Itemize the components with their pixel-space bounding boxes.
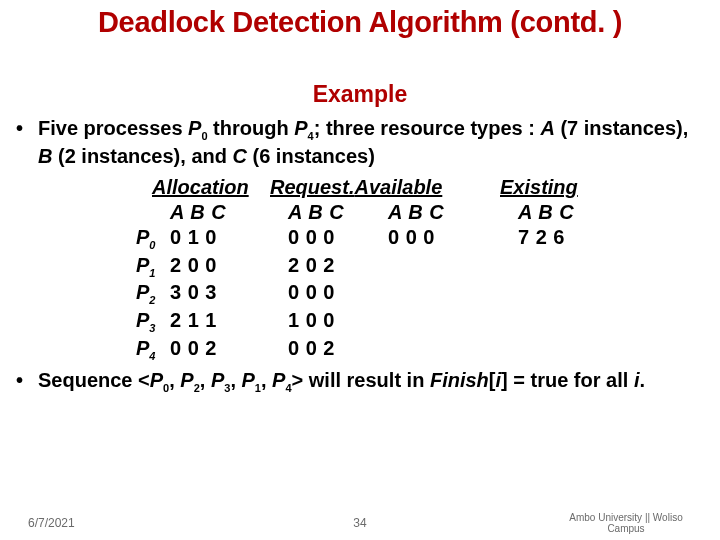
text: .: [639, 369, 645, 391]
p-letter: P: [136, 254, 149, 276]
sep: ,: [230, 369, 241, 391]
p-letter: P: [136, 337, 149, 359]
abc-existing: A B C: [518, 200, 628, 225]
text: Five processes: [38, 117, 188, 139]
slide-footer: 6/7/2021 34 Ambo University || Woliso Ca…: [0, 516, 720, 530]
request-cell: 1 0 0: [288, 308, 388, 336]
request-cell: 2 0 2: [288, 253, 388, 281]
abc-request: A B C: [288, 200, 388, 225]
alloc-cell: 2 0 0: [170, 253, 288, 281]
footer-page-number: 34: [353, 516, 366, 530]
proc-label: P3: [136, 308, 170, 336]
matrix-table: Allocation Request.Available Existing A …: [38, 175, 704, 364]
footer-university: Ambo University || Woliso Campus: [556, 512, 696, 534]
footer-date: 6/7/2021: [0, 516, 75, 530]
slide-title: Deadlock Detection Algorithm (contd. ): [0, 0, 720, 39]
abc-row: A B C A B C A B C A B C: [136, 200, 704, 225]
row-p3: P3 2 1 1 1 0 0: [136, 308, 704, 336]
bullet-setup: Five processes P0 through P4; three reso…: [38, 116, 704, 169]
var-p: P: [211, 369, 224, 391]
slide-body: Five processes P0 through P4; three reso…: [0, 116, 720, 395]
text: Sequence <: [38, 369, 150, 391]
p-sub: 1: [149, 267, 155, 279]
request-cell: 0 0 0: [288, 280, 388, 308]
p-sub: 4: [149, 350, 155, 362]
footer-uni-line1: Ambo University || Woliso: [556, 512, 696, 523]
slide-subtitle: Example: [0, 81, 720, 108]
text: > will result in: [292, 369, 430, 391]
alloc-cell: 0 0 2: [170, 336, 288, 364]
text: through: [208, 117, 295, 139]
var-p: P: [242, 369, 255, 391]
header-existing: Existing: [500, 175, 610, 200]
text: ; three resource types :: [314, 117, 541, 139]
var-b: B: [38, 145, 52, 167]
p-letter: P: [136, 281, 149, 303]
bullet-sequence: Sequence <P0, P2, P3, P1, P4> will resul…: [38, 368, 704, 396]
row-p2: P2 3 0 3 0 0 0: [136, 280, 704, 308]
slide: Deadlock Detection Algorithm (contd. ) E…: [0, 0, 720, 540]
footer-uni-line2: Campus: [556, 523, 696, 534]
p-letter: P: [136, 309, 149, 331]
sep: ,: [261, 369, 272, 391]
row-p4: P4 0 0 2 0 0 2: [136, 336, 704, 364]
header-request: Request.Available: [270, 175, 370, 200]
proc-label: P4: [136, 336, 170, 364]
var-a: A: [540, 117, 554, 139]
var-c: C: [233, 145, 247, 167]
proc-label: P2: [136, 280, 170, 308]
p-sub: 3: [149, 322, 155, 334]
header-request-u: Request.: [270, 176, 354, 198]
var-p: P: [150, 369, 163, 391]
header-allocation: Allocation: [152, 175, 270, 200]
p-letter: P: [136, 226, 149, 248]
text: (2 instances), and: [52, 145, 232, 167]
text: ] = true for all: [501, 369, 634, 391]
text: [: [489, 369, 496, 391]
row-p0: P0 0 1 0 0 0 0 0 0 0 7 2 6: [136, 225, 704, 253]
p-sub: 2: [149, 294, 155, 306]
existing-cell: 7 2 6: [518, 225, 628, 253]
var-finish: Finish: [430, 369, 489, 391]
var-p: P: [188, 117, 201, 139]
proc-label: P1: [136, 253, 170, 281]
header-row: Allocation Request.Available Existing: [136, 175, 704, 200]
request-cell: 0 0 0: [288, 225, 388, 253]
sep: ,: [200, 369, 211, 391]
spacer: [136, 200, 170, 225]
available-cell: 0 0 0: [388, 225, 518, 253]
var-p: P: [180, 369, 193, 391]
abc-alloc: A B C: [170, 200, 288, 225]
var-p: P: [272, 369, 285, 391]
alloc-cell: 3 0 3: [170, 280, 288, 308]
alloc-cell: 0 1 0: [170, 225, 288, 253]
request-cell: 0 0 2: [288, 336, 388, 364]
row-p1: P1 2 0 0 2 0 2: [136, 253, 704, 281]
spacer: [370, 175, 500, 200]
abc-available: A B C: [388, 200, 518, 225]
sep: ,: [169, 369, 180, 391]
alloc-cell: 2 1 1: [170, 308, 288, 336]
proc-label: P0: [136, 225, 170, 253]
p-sub: 0: [149, 239, 155, 251]
text: (6 instances): [247, 145, 375, 167]
text: (7 instances),: [555, 117, 688, 139]
var-p: P: [294, 117, 307, 139]
